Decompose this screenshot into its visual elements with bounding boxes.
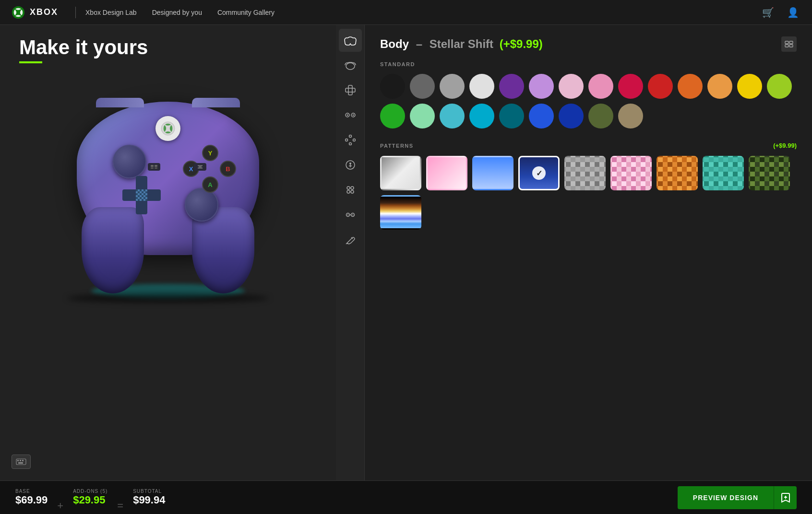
- nav-link-community-gallery[interactable]: Community Gallery: [217, 9, 275, 16]
- expand-icon: [785, 41, 793, 47]
- selected-option-price: (+$9.99): [500, 37, 543, 50]
- sidebar-item-extras2[interactable]: [339, 203, 362, 226]
- color-swatch-white[interactable]: [469, 74, 494, 99]
- color-swatch-cyan[interactable]: [469, 104, 494, 128]
- keyboard-shortcut-button[interactable]: [12, 455, 31, 469]
- sidebar-item-abxy[interactable]: [339, 128, 362, 152]
- color-swatch-crimson[interactable]: [618, 74, 643, 99]
- page-title-underline: [19, 61, 42, 63]
- pattern-swatch-camo-pink[interactable]: [610, 156, 652, 190]
- pattern-swatch-pride[interactable]: [380, 195, 421, 230]
- controller-dpad: [122, 176, 161, 214]
- sidebar-item-share[interactable]: [339, 153, 362, 176]
- nav-divider: [75, 7, 76, 18]
- svg-rect-10: [17, 460, 19, 461]
- engraving-icon: [345, 234, 356, 245]
- color-swatch-dark-blue[interactable]: [559, 104, 584, 128]
- color-swatch-pink[interactable]: [588, 74, 613, 99]
- pattern-swatch-stellar-shift[interactable]: ✓: [518, 156, 560, 190]
- svg-rect-5: [155, 167, 157, 169]
- color-swatch-light-pink[interactable]: [559, 74, 584, 99]
- color-swatch-tan[interactable]: [618, 104, 643, 128]
- patterns-section-label: PATTERNS: [380, 143, 414, 149]
- color-swatch-purple[interactable]: [499, 74, 524, 99]
- svg-line-39: [346, 243, 347, 244]
- nav-actions: 🛒 👤: [760, 5, 800, 20]
- dpad-center: [136, 189, 147, 201]
- controller-body-icon: [344, 35, 357, 46]
- pattern-swatch-camo-gray[interactable]: [564, 156, 606, 190]
- svg-rect-44: [789, 45, 793, 47]
- sidebar-item-engraving[interactable]: [339, 228, 362, 251]
- dpad-icon: [345, 85, 356, 95]
- addons-price: $29.95: [73, 494, 107, 506]
- bumpers-icon: [345, 60, 356, 70]
- sidebar-item-thumbsticks[interactable]: [339, 104, 362, 127]
- color-swatch-light-orange[interactable]: [707, 74, 732, 99]
- pattern-swatch-gradient-pink[interactable]: [426, 156, 467, 190]
- color-swatch-light-gray[interactable]: [440, 74, 465, 99]
- controller-b-button: B: [220, 161, 236, 177]
- svg-rect-16: [346, 88, 355, 92]
- expand-panel-button[interactable]: [781, 36, 797, 52]
- profile-button[interactable]: 👤: [785, 5, 800, 20]
- view-icon: [150, 164, 158, 169]
- svg-point-34: [347, 214, 348, 216]
- page-title: Make it yours: [19, 36, 148, 58]
- sidebar-item-body[interactable]: [339, 29, 362, 52]
- left-panel: Make it yours: [0, 25, 336, 480]
- cart-button[interactable]: 🛒: [760, 5, 776, 20]
- share-icon: [345, 160, 356, 170]
- color-swatch-mint[interactable]: [410, 104, 435, 128]
- body-part-name: Body: [380, 37, 409, 50]
- svg-point-32: [351, 190, 354, 193]
- standard-color-grid: [380, 74, 797, 128]
- addons-price-group: ADD-ONS (5) $29.95: [73, 489, 107, 506]
- sidebar-item-extras1[interactable]: [339, 178, 362, 201]
- color-swatch-dark-gray[interactable]: [410, 74, 435, 99]
- pattern-swatch-gradient-blue[interactable]: [472, 156, 513, 190]
- extras1-icon: [345, 185, 356, 195]
- svg-point-21: [349, 135, 351, 138]
- svg-rect-4: [151, 167, 154, 169]
- subtotal-price-group: SUBTOTAL $99.94: [133, 489, 165, 506]
- color-swatch-olive[interactable]: [588, 104, 613, 128]
- color-swatch-orange[interactable]: [678, 74, 703, 99]
- svg-rect-9: [16, 459, 26, 465]
- abxy-icon: [345, 135, 356, 145]
- wishlist-button[interactable]: [774, 486, 797, 509]
- color-swatch-green[interactable]: [380, 104, 405, 128]
- svg-point-40: [347, 243, 348, 244]
- sidebar-item-bumpers[interactable]: [339, 54, 362, 77]
- base-price: $69.99: [15, 494, 48, 506]
- color-panel: Body – Stellar Shift (+$9.99) STANDARD: [365, 25, 812, 480]
- color-swatch-blue[interactable]: [529, 104, 554, 128]
- color-swatch-dark-teal[interactable]: [499, 104, 524, 128]
- svg-rect-41: [785, 41, 788, 44]
- navbar: XBOX Xbox Design Lab Designed by you Com…: [0, 0, 812, 25]
- controller-xbox-button: [155, 116, 180, 141]
- svg-rect-13: [18, 462, 23, 464]
- xbox-logo[interactable]: XBOX: [12, 6, 58, 19]
- xbox-circle-icon: [161, 121, 175, 136]
- color-swatch-black[interactable]: [380, 74, 405, 99]
- color-swatch-lavender[interactable]: [529, 74, 554, 99]
- subtotal-price: $99.94: [133, 494, 165, 506]
- pattern-swatch-gradient-bw[interactable]: [380, 156, 421, 190]
- svg-rect-3: [155, 165, 157, 167]
- preview-design-button[interactable]: PREVIEW DESIGN: [678, 486, 774, 509]
- bookmark-icon: [781, 492, 790, 503]
- svg-point-31: [347, 190, 350, 193]
- pattern-swatch-camo-teal[interactable]: [703, 156, 744, 190]
- color-swatch-red[interactable]: [648, 74, 673, 99]
- color-swatch-yellow[interactable]: [737, 74, 762, 99]
- nav-link-designed-by-you[interactable]: Designed by you: [152, 9, 202, 16]
- color-swatch-lime[interactable]: [767, 74, 792, 99]
- pattern-swatch-camo-green[interactable]: [749, 156, 790, 190]
- controller-menu-button: [194, 163, 206, 171]
- pattern-swatch-camo-orange[interactable]: [657, 156, 698, 190]
- controller-left-grip: [82, 207, 144, 293]
- main-layout: Make it yours: [0, 25, 812, 480]
- color-swatch-teal[interactable]: [440, 104, 465, 128]
- sidebar-item-dpad[interactable]: [339, 79, 362, 102]
